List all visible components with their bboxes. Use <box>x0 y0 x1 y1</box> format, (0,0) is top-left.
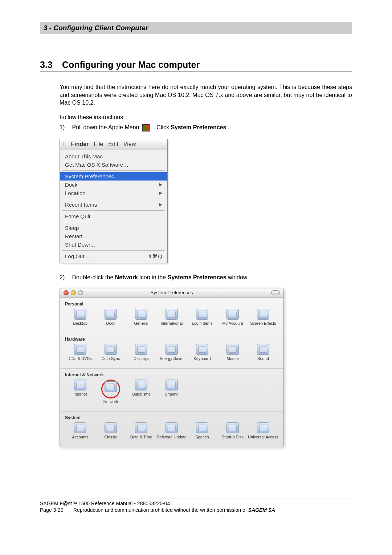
speech-icon <box>196 422 208 433</box>
pref-item-mouse[interactable]: Mouse <box>217 344 248 361</box>
sysprefs-section-title: Internet & Network <box>65 372 278 377</box>
pref-item-label: Accounts <box>65 435 95 439</box>
menubar-view[interactable]: View <box>123 141 136 147</box>
footer-permission: Reproduction and communication prohibite… <box>73 507 248 513</box>
pref-item-speech[interactable]: Speech <box>187 422 217 439</box>
menu-item-label: Dock <box>65 182 77 188</box>
menu-item-get-mac-os-x-software[interactable]: Get Mac OS X Software… <box>60 161 167 169</box>
menu-item-label: Location <box>65 190 86 196</box>
menu-item-sleep[interactable]: Sleep <box>60 224 167 232</box>
internet-icon <box>74 380 86 390</box>
menu-item-location[interactable]: Location▶ <box>60 189 167 197</box>
pref-item-label: Internet <box>65 392 95 397</box>
pref-item-label: Desktop <box>65 321 95 326</box>
menubar-edit[interactable]: Edit <box>108 141 118 147</box>
pref-item-label: ColorSync <box>95 356 126 361</box>
pref-item-colorsync[interactable]: ColorSync <box>95 344 126 361</box>
menu-item-system-preferences[interactable]: System Preferences… <box>60 172 167 181</box>
pref-item-displays[interactable]: Displays <box>126 344 156 361</box>
menu-item-label: Restart… <box>65 233 88 239</box>
pref-item-startup-disk[interactable]: Startup Disk <box>217 422 248 439</box>
section-heading: Configuring your Mac computer <box>62 60 200 70</box>
pref-item-label: Universal Access <box>248 435 278 439</box>
menu-item-restart[interactable]: Restart… <box>60 232 167 240</box>
menubar-finder[interactable]: Finder <box>71 141 89 147</box>
menu-item-about-this-mac[interactable]: About This Mac <box>60 152 167 161</box>
pref-item-label: Energy Saver <box>156 356 187 361</box>
pref-item-keyboard[interactable]: Keyboard <box>187 344 217 361</box>
menubar-file[interactable]: File <box>94 141 103 147</box>
pref-item-quicktime[interactable]: QuickTime <box>126 380 156 404</box>
step-2-number: 2) <box>60 274 70 281</box>
menu-item-label: Get Mac OS X Software… <box>65 162 128 168</box>
menu-separator <box>62 250 165 251</box>
login-items-icon <box>196 309 208 320</box>
intro-paragraph: You may find that the instructions here … <box>60 83 352 107</box>
pref-item-international[interactable]: International <box>156 309 187 326</box>
pref-item-label: Classic <box>95 435 126 439</box>
submenu-arrow-icon: ▶ <box>159 190 162 195</box>
pref-item-general[interactable]: General <box>126 309 156 326</box>
sound-icon <box>257 344 269 355</box>
pref-item-label: CDs & DVDs <box>65 356 95 361</box>
pref-item-dock[interactable]: Dock <box>95 309 126 326</box>
menu-separator <box>62 222 165 222</box>
startup-disk-icon <box>226 422 239 433</box>
pref-item-label: Sharing <box>156 392 187 397</box>
apple-menu-inline-icon <box>142 124 150 131</box>
pref-item-date-time[interactable]: Date & Time <box>126 422 156 439</box>
pref-item-label: General <box>126 321 156 326</box>
pref-item-cds-dvds[interactable]: CDs & DVDs <box>65 344 95 361</box>
software-update-icon <box>166 422 178 433</box>
pref-item-desktop[interactable]: Desktop <box>65 309 95 326</box>
pref-item-accounts[interactable]: Accounts <box>65 422 95 439</box>
apple-menu-screenshot:  Finder File Edit View About This MacGe… <box>60 139 168 263</box>
pref-item-sharing[interactable]: Sharing <box>156 380 187 404</box>
step-2-b2: Systems Preferences <box>168 274 226 280</box>
menu-separator <box>62 170 165 171</box>
menu-item-log-out[interactable]: Log Out…⇧⌘Q <box>60 252 167 261</box>
pref-item-label: Startup Disk <box>217 435 248 439</box>
menu-item-force-quit[interactable]: Force Quit… <box>60 212 167 220</box>
pref-item-login-items[interactable]: Login Items <box>187 309 217 326</box>
pref-item-label: My Account <box>217 321 248 326</box>
sysprefs-section-network: Internet & NetworkInternetNetworkQuickTi… <box>60 368 283 411</box>
sysprefs-section-title: System <box>65 415 278 420</box>
pref-item-label: Keyboard <box>187 356 217 361</box>
universal-access-icon <box>257 422 269 433</box>
pref-item-label: Software Update <box>156 435 187 439</box>
menu-item-label: Recent Items <box>65 202 97 208</box>
cds-dvds-icon <box>74 344 86 355</box>
section-number: 3.3 <box>40 60 60 70</box>
menu-shortcut: ⇧⌘Q <box>148 253 162 260</box>
pref-item-my-account[interactable]: My Account <box>217 309 248 326</box>
pref-item-network[interactable]: Network <box>95 380 126 404</box>
pref-item-internet[interactable]: Internet <box>65 380 95 404</box>
pref-item-label: Screen Effects <box>248 321 278 326</box>
my-account-icon <box>226 309 239 320</box>
pref-item-label: QuickTime <box>126 392 156 397</box>
pref-item-classic[interactable]: Classic <box>95 422 126 439</box>
step-2-pre: Double-click the <box>72 274 115 280</box>
menu-item-label: Log Out… <box>65 253 90 259</box>
pref-item-screen-effects[interactable]: Screen Effects <box>248 309 278 326</box>
step-1-number: 1) <box>60 124 70 131</box>
classic-icon <box>105 422 117 433</box>
menu-item-dock[interactable]: Dock▶ <box>60 181 167 189</box>
section-title: 3.3 Configuring your Mac computer <box>40 60 352 72</box>
pref-item-label: Dock <box>95 321 126 326</box>
menu-item-shut-down[interactable]: Shut Down… <box>60 240 167 249</box>
sysprefs-title: System Preferences <box>60 290 283 295</box>
pref-item-universal-access[interactable]: Universal Access <box>248 422 278 439</box>
apple-logo-icon[interactable]:  <box>64 141 66 148</box>
pref-item-label: International <box>156 321 187 326</box>
pref-item-sound[interactable]: Sound <box>248 344 278 361</box>
sysprefs-section-personal: PersonalDesktopDockGeneralInternationalL… <box>60 297 283 333</box>
footer: SAGEM F@st™ 1500 Reference Manual - 2880… <box>40 498 352 513</box>
pref-item-energy-saver[interactable]: Energy Saver <box>156 344 187 361</box>
header-bar: 3 - Configuring Client Computer <box>40 22 352 34</box>
step-1-post: . Click <box>153 124 171 130</box>
pref-item-software-update[interactable]: Software Update <box>156 422 187 439</box>
pref-item-label: Mouse <box>217 356 248 361</box>
menu-item-recent-items[interactable]: Recent Items▶ <box>60 200 167 209</box>
